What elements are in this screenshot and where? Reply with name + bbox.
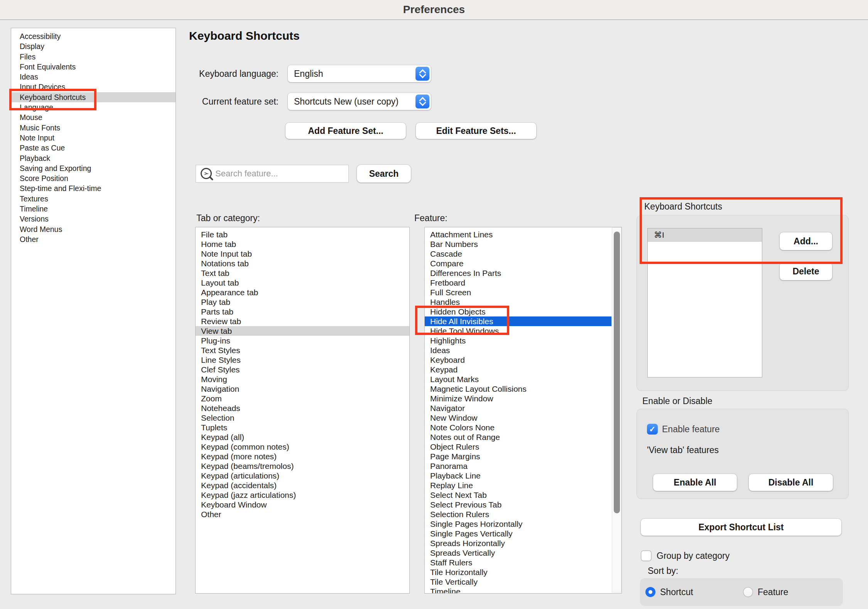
sidebar-item[interactable]: Accessibility <box>11 31 176 41</box>
sort-by-shortcut-radio[interactable] <box>645 587 655 597</box>
feature-list-item[interactable]: Spreads Horizontally <box>425 538 611 548</box>
feature-list-item[interactable]: Navigator <box>425 403 611 413</box>
sidebar-item[interactable]: Versions <box>11 214 176 224</box>
category-list-item[interactable]: Text Styles <box>196 345 409 355</box>
feature-list-item[interactable]: Hide Tool Windows <box>425 326 611 336</box>
sidebar-item[interactable]: Word Menus <box>11 224 176 234</box>
sidebar-item[interactable]: Keyboard Shortcuts <box>11 92 176 102</box>
feature-list-item[interactable]: Spreads Vertically <box>425 548 611 558</box>
category-list-item[interactable]: Selection <box>196 413 409 423</box>
category-list-item[interactable]: Zoom <box>196 394 409 403</box>
delete-shortcut-button[interactable]: Delete <box>780 262 832 280</box>
category-list-item[interactable]: Tuplets <box>196 423 409 432</box>
shortcut-list-item[interactable]: ⌘I <box>648 228 762 242</box>
category-list-item[interactable]: Clef Styles <box>196 365 409 374</box>
feature-list-item[interactable]: Fretboard <box>425 278 611 288</box>
sidebar-item[interactable]: Input Devices <box>11 82 176 92</box>
group-by-category-checkbox[interactable] <box>641 550 652 561</box>
category-list-item[interactable]: Review tab <box>196 316 409 326</box>
feature-list-item[interactable]: Minimize Window <box>425 394 611 403</box>
feature-list-item[interactable]: Replay Line <box>425 480 611 490</box>
feature-list-item[interactable]: Full Screen <box>425 288 611 297</box>
sidebar-item[interactable]: Paste as Cue <box>11 143 176 153</box>
edit-feature-sets-button[interactable]: Edit Feature Sets... <box>416 123 536 139</box>
feature-list-item[interactable]: Tile Horizontally <box>425 567 611 577</box>
feature-list-item[interactable]: Bar Numbers <box>425 239 611 249</box>
feature-list-scrollbar-thumb[interactable] <box>614 232 620 513</box>
sort-by-feature-radio[interactable] <box>743 587 753 597</box>
feature-list-item[interactable]: New Window <box>425 413 611 423</box>
keyboard-language-popup[interactable]: English <box>288 65 431 82</box>
category-list-item[interactable]: Keypad (all) <box>196 432 409 442</box>
category-list-item[interactable]: Notations tab <box>196 259 409 268</box>
feature-list-item[interactable]: Notes out of Range <box>425 432 611 442</box>
add-shortcut-button[interactable]: Add... <box>780 232 832 250</box>
feature-list-scrollbar[interactable] <box>612 227 621 592</box>
sidebar-item[interactable]: Music Fonts <box>11 123 176 133</box>
feature-list-item[interactable]: Select Previous Tab <box>425 500 611 509</box>
category-list-item[interactable]: View tab <box>196 326 409 336</box>
feature-list-item[interactable]: Page Margins <box>425 452 611 461</box>
feature-list-item[interactable]: Object Rulers <box>425 442 611 452</box>
sidebar-item[interactable]: Saving and Exporting <box>11 163 176 173</box>
feature-list-item[interactable]: Keypad <box>425 365 611 374</box>
search-button[interactable]: Search <box>357 165 411 183</box>
category-list-item[interactable]: Text tab <box>196 268 409 278</box>
category-list[interactable]: File tabHome tabNote Input tabNotations … <box>195 227 410 594</box>
search-input[interactable] <box>214 168 348 179</box>
category-list-item[interactable]: Keypad (common notes) <box>196 442 409 452</box>
search-field[interactable]: >- <box>196 165 349 183</box>
category-list-item[interactable]: Play tab <box>196 297 409 307</box>
preferences-sidebar[interactable]: AccessibilityDisplayFilesFont Equivalent… <box>11 28 176 594</box>
category-list-item[interactable]: Other <box>196 509 409 519</box>
category-list-item[interactable]: Keypad (articulations) <box>196 471 409 480</box>
feature-list-item[interactable]: Single Pages Horizontally <box>425 519 611 529</box>
category-list-item[interactable]: Layout tab <box>196 278 409 288</box>
category-list-item[interactable]: Noteheads <box>196 403 409 413</box>
export-shortcut-list-button[interactable]: Export Shortcut List <box>641 519 841 536</box>
feature-list-item[interactable]: Highlights <box>425 336 611 345</box>
feature-list-item[interactable]: Attachment Lines <box>425 230 611 239</box>
feature-list-item[interactable]: Panorama <box>425 461 611 471</box>
feature-list-item[interactable]: Hidden Objects <box>425 307 611 316</box>
feature-list-item[interactable]: Handles <box>425 297 611 307</box>
feature-list-item[interactable]: Compare <box>425 259 611 268</box>
category-list-item[interactable]: Keypad (more notes) <box>196 452 409 461</box>
feature-list-item[interactable]: Playback Line <box>425 471 611 480</box>
feature-list-item[interactable]: Staff Rulers <box>425 558 611 567</box>
sidebar-item[interactable]: Timeline <box>11 204 176 214</box>
category-list-item[interactable]: Parts tab <box>196 307 409 316</box>
feature-list-item[interactable]: Select Next Tab <box>425 490 611 500</box>
category-list-item[interactable]: Appearance tab <box>196 288 409 297</box>
feature-list-item[interactable]: Ideas <box>425 345 611 355</box>
feature-list-item[interactable]: Differences In Parts <box>425 268 611 278</box>
feature-list-item[interactable]: Selection Rulers <box>425 509 611 519</box>
feature-list-item[interactable]: Timeline <box>425 587 611 594</box>
category-list-item[interactable]: File tab <box>196 230 409 239</box>
sidebar-item[interactable]: Language <box>11 102 176 112</box>
add-feature-set-button[interactable]: Add Feature Set... <box>285 123 406 139</box>
feature-set-popup[interactable]: Shortcuts New (user copy) <box>288 93 431 110</box>
category-list-item[interactable]: Keypad (jazz articulations) <box>196 490 409 500</box>
category-list-item[interactable]: Plug-ins <box>196 336 409 345</box>
category-list-item[interactable]: Line Styles <box>196 355 409 365</box>
category-list-item[interactable]: Navigation <box>196 384 409 394</box>
sidebar-item[interactable]: Playback <box>11 153 176 163</box>
sidebar-item[interactable]: Score Position <box>11 173 176 183</box>
sidebar-item[interactable]: Mouse <box>11 112 176 122</box>
enable-all-button[interactable]: Enable All <box>653 474 737 491</box>
feature-list-item[interactable]: Magnetic Layout Collisions <box>425 384 611 394</box>
feature-list-item[interactable]: Note Colors None <box>425 423 611 432</box>
sidebar-item[interactable]: Note Input <box>11 133 176 143</box>
feature-list-item[interactable]: Layout Marks <box>425 374 611 384</box>
category-list-item[interactable]: Note Input tab <box>196 249 409 259</box>
feature-list-item[interactable]: Keyboard <box>425 355 611 365</box>
disable-all-button[interactable]: Disable All <box>749 474 833 491</box>
sidebar-item[interactable]: Ideas <box>11 72 176 82</box>
category-list-item[interactable]: Keypad (beams/tremolos) <box>196 461 409 471</box>
feature-list-item[interactable]: Single Pages Vertically <box>425 529 611 538</box>
sidebar-item[interactable]: Display <box>11 41 176 51</box>
category-list-item[interactable]: Home tab <box>196 239 409 249</box>
feature-list-item[interactable]: Tile Vertically <box>425 577 611 587</box>
category-list-item[interactable]: Moving <box>196 374 409 384</box>
